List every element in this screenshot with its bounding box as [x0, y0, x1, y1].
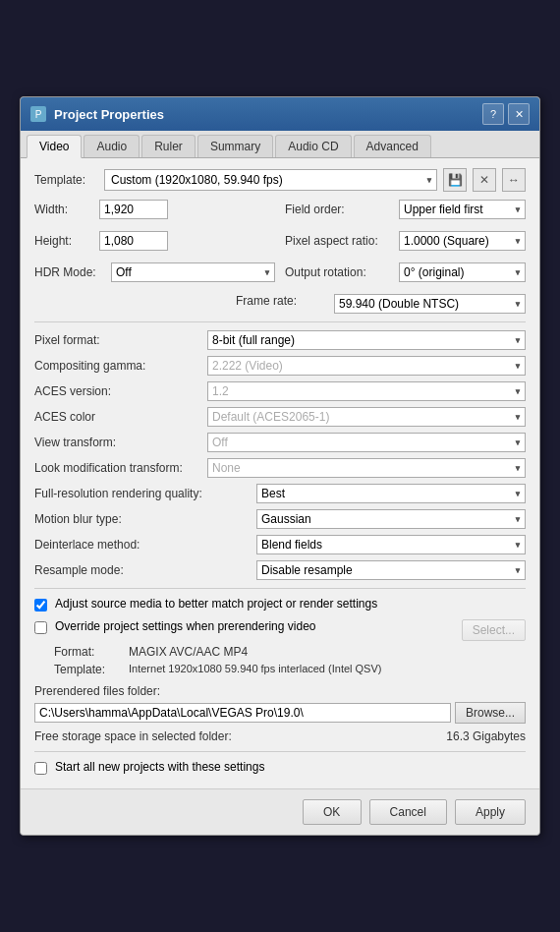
look-mod-select[interactable]: None [207, 458, 526, 478]
deinterlace-label: Deinterlace method: [34, 538, 251, 552]
override-label[interactable]: Override project settings when prerender… [55, 619, 454, 633]
pixel-format-select[interactable]: 8-bit (full range) [207, 330, 526, 350]
footer: OK Cancel Apply [21, 788, 539, 835]
view-transform-select[interactable]: Off [207, 433, 526, 452]
look-mod-label: Look modification transform: [34, 461, 201, 475]
field-order-label: Field order: [285, 203, 393, 216]
tab-audio[interactable]: Audio [84, 135, 140, 157]
delete-template-button[interactable]: ✕ [473, 168, 496, 192]
content-area: Template: Custom (1920x1080, 59.940 fps)… [21, 158, 539, 788]
hdr-group: HDR Mode: Off ▼ [34, 262, 275, 282]
dialog-icon: P [30, 106, 46, 122]
frame-rate-label: Frame rate: [236, 294, 334, 314]
aces-color-row: ACES color Default (ACES2065-1) ▼ [34, 407, 526, 427]
look-mod-row: Look modification transform: None ▼ [34, 458, 526, 478]
format-row: Format: MAGIX AVC/AAC MP4 [54, 645, 526, 659]
field-order-select[interactable]: Upper field first [399, 200, 526, 219]
dialog-title: Project Properties [54, 107, 164, 122]
folder-row: Prerendered files folder: Browse... [34, 684, 526, 724]
width-label: Width: [34, 203, 93, 216]
template-row: Template: Custom (1920x1080, 59.940 fps)… [34, 168, 526, 192]
aces-color-label: ACES color [34, 410, 201, 424]
adjust-checkbox[interactable] [34, 599, 47, 612]
view-transform-label: View transform: [34, 436, 201, 449]
pixel-aspect-group: Pixel aspect ratio: 1.0000 (Square) ▼ [285, 231, 526, 251]
folder-input-row: Browse... [34, 702, 526, 724]
pixel-format-row: Pixel format: 8-bit (full range) ▼ [34, 330, 526, 350]
title-buttons: ? ✕ [482, 103, 530, 125]
select-button: Select... [462, 619, 526, 641]
format-label: Format: [54, 645, 123, 659]
apply-button[interactable]: Apply [455, 799, 526, 825]
hdr-select[interactable]: Off [111, 262, 275, 282]
resample-row: Resample mode: Disable resample ▼ [34, 560, 526, 580]
pixel-aspect-label: Pixel aspect ratio: [285, 234, 393, 248]
aces-version-label: ACES version: [34, 384, 201, 398]
match-media-button[interactable]: ↔ [502, 168, 526, 192]
motion-blur-row: Motion blur type: Gaussian ▼ [34, 509, 526, 529]
output-rotation-group: Output rotation: 0° (original) ▼ [285, 262, 526, 282]
motion-blur-select[interactable]: Gaussian [256, 509, 526, 529]
override-checkbox[interactable] [34, 621, 47, 634]
template-pre-label: Template: [54, 663, 123, 676]
width-input[interactable] [99, 200, 168, 219]
template-pre-value: Internet 1920x1080 59.940 fps interlaced… [129, 663, 381, 676]
tab-advanced[interactable]: Advanced [354, 135, 431, 157]
output-rotation-select[interactable]: 0° (original) [399, 262, 526, 282]
resample-select[interactable]: Disable resample [256, 560, 526, 580]
motion-blur-label: Motion blur type: [34, 512, 251, 526]
width-group: Width: [34, 200, 275, 219]
storage-row: Free storage space in selected folder: 1… [34, 729, 526, 743]
adjust-label[interactable]: Adjust source media to better match proj… [55, 597, 377, 611]
pixel-aspect-select[interactable]: 1.0000 (Square) [399, 231, 526, 251]
free-storage-value: 16.3 Gigabytes [446, 729, 526, 743]
height-input[interactable] [99, 231, 168, 251]
start-new-label[interactable]: Start all new projects with these settin… [55, 760, 264, 774]
browse-button[interactable]: Browse... [455, 702, 526, 724]
template-label: Template: [34, 173, 98, 187]
aces-version-row: ACES version: 1.2 ▼ [34, 381, 526, 401]
divider-2 [34, 588, 526, 589]
full-res-select[interactable]: Best [256, 484, 526, 503]
save-template-button[interactable]: 💾 [443, 168, 467, 192]
frame-rate-select[interactable]: 59.940 (Double NTSC) [334, 294, 526, 314]
aces-color-select[interactable]: Default (ACES2065-1) [207, 407, 526, 427]
tab-ruler[interactable]: Ruler [141, 135, 196, 157]
compositing-gamma-row: Compositing gamma: 2.222 (Video) ▼ [34, 356, 526, 376]
output-rotation-label: Output rotation: [285, 265, 393, 279]
prerender-section: Format: MAGIX AVC/AAC MP4 Template: Inte… [54, 645, 526, 676]
tabs-bar: Video Audio Ruler Summary Audio CD Advan… [21, 131, 539, 158]
height-group: Height: [34, 231, 275, 251]
compositing-gamma-select[interactable]: 2.222 (Video) [207, 356, 526, 376]
compositing-gamma-label: Compositing gamma: [34, 359, 201, 373]
tab-audio-cd[interactable]: Audio CD [275, 135, 351, 157]
deinterlace-row: Deinterlace method: Blend fields ▼ [34, 535, 526, 554]
view-transform-row: View transform: Off ▼ [34, 433, 526, 452]
close-button[interactable]: ✕ [508, 103, 530, 125]
tab-video[interactable]: Video [27, 135, 82, 158]
ok-button[interactable]: OK [303, 799, 362, 825]
pixel-format-label: Pixel format: [34, 333, 201, 347]
help-button[interactable]: ? [482, 103, 504, 125]
cancel-button[interactable]: Cancel [369, 799, 447, 825]
title-bar-left: P Project Properties [30, 106, 164, 122]
template-select[interactable]: Custom (1920x1080, 59.940 fps) [104, 169, 437, 191]
resample-label: Resample mode: [34, 563, 251, 577]
template-pre-row: Template: Internet 1920x1080 59.940 fps … [54, 663, 526, 676]
folder-input[interactable] [34, 703, 451, 723]
aces-version-select[interactable]: 1.2 [207, 381, 526, 401]
frame-rate-row: Frame rate: 59.940 (Double NTSC) ▼ [34, 294, 526, 314]
tab-summary[interactable]: Summary [197, 135, 273, 157]
divider-1 [34, 321, 526, 322]
deinterlace-select[interactable]: Blend fields [256, 535, 526, 554]
override-checkbox-row: Override project settings when prerender… [34, 619, 526, 641]
project-properties-dialog: P Project Properties ? ✕ Video Audio Rul… [20, 96, 540, 836]
divider-3 [34, 751, 526, 752]
start-new-row: Start all new projects with these settin… [34, 760, 526, 775]
full-res-label: Full-resolution rendering quality: [34, 487, 251, 500]
title-bar: P Project Properties ? ✕ [21, 97, 539, 131]
adjust-checkbox-row: Adjust source media to better match proj… [34, 597, 526, 612]
full-res-row: Full-resolution rendering quality: Best … [34, 484, 526, 503]
start-new-checkbox[interactable] [34, 762, 47, 775]
height-label: Height: [34, 234, 93, 248]
